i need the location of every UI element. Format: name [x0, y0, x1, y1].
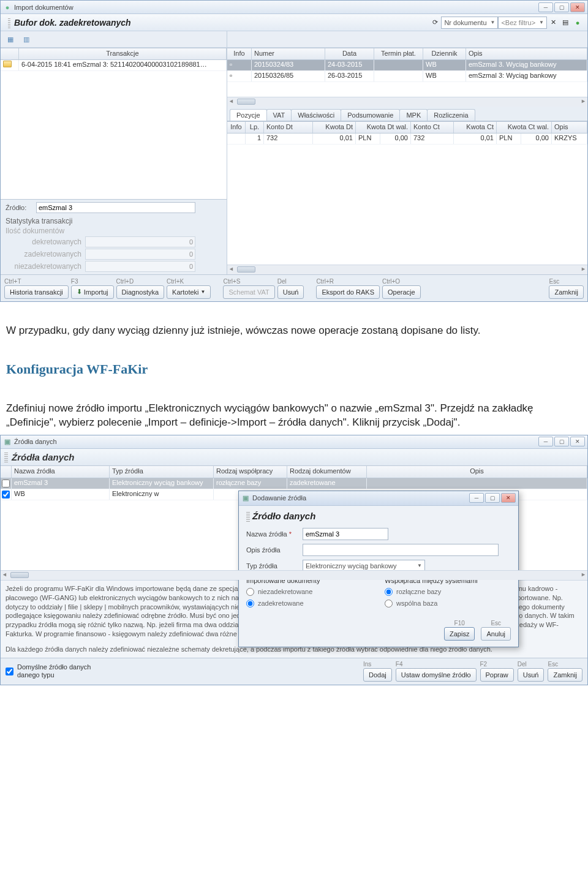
wspolna-radio[interactable]	[385, 600, 393, 608]
window2-title: Źródła danych	[14, 438, 57, 445]
schemat-vat-button: Schemat VAT	[223, 285, 274, 299]
dialog-heading: Źródło danych	[252, 511, 315, 521]
right-iconbar	[227, 31, 587, 48]
transactions-pane: Transakcje 6-04-2015 18:41 emSzmal 3: 52…	[1, 48, 227, 274]
stats-title: Statystyka transakcji	[6, 217, 222, 225]
section-heading: Konfiguracja WF-FaKir	[0, 343, 588, 392]
tab-wlasciwosci[interactable]: Właściwości	[291, 109, 341, 121]
transaction-row[interactable]: 6-04-2015 18:41 emSzmal 3: 5211402004000…	[1, 60, 227, 71]
source-label: Źródło:	[6, 204, 36, 211]
sources-hscroll[interactable]	[1, 570, 587, 580]
source-row[interactable]: emSzmal 3 Elektroniczny wyciąg bankowy r…	[1, 478, 587, 489]
stat-niezadekret-input	[85, 261, 195, 272]
window1-footer: Ctrl+THistoria transakcji F3⬇Importuj Ct…	[1, 274, 587, 301]
grid-hscroll[interactable]	[227, 97, 587, 107]
tab-vat[interactable]: VAT	[266, 109, 292, 121]
tab-rozliczenia[interactable]: Rozliczenia	[427, 109, 475, 121]
zamknij-button[interactable]: Zamknij	[549, 285, 584, 299]
detail-tabs: Pozycje VAT Właściwości Podsumowanie MPK…	[227, 107, 587, 121]
data-sources-window: ▣ Źródła danych ─ ▢ ✕ Źródła danych Nazw…	[0, 435, 588, 685]
dialog-minimize-button[interactable]: ─	[469, 493, 484, 503]
zapisz-button[interactable]: Zapisz	[444, 627, 475, 641]
close-button[interactable]: ✕	[570, 437, 585, 446]
usun-button[interactable]: Usuń	[277, 285, 304, 299]
operacje-button[interactable]: Operacje	[382, 285, 421, 299]
close-button[interactable]: ✕	[570, 2, 585, 12]
dialog-maximize-button[interactable]: ▢	[485, 493, 500, 503]
minimize-button[interactable]: ─	[538, 2, 553, 12]
minimize-button[interactable]: ─	[538, 437, 553, 446]
default-source-label: Domyślne źródło danych danego typu	[17, 663, 115, 679]
popraw-button[interactable]: Popraw	[480, 668, 514, 682]
window-title: Import dokumentów	[14, 4, 74, 11]
tab-pozycje[interactable]: Pozycje	[230, 109, 267, 121]
dialog-title: Dodawanie źródła	[252, 494, 306, 502]
apply-icon[interactable]: ●	[572, 17, 583, 28]
documents-pane: Info Numer Data Termin płat. Dziennik Op…	[227, 48, 587, 274]
doc-icon: ▫	[230, 61, 232, 68]
transactions-header[interactable]: Transakcje	[19, 48, 227, 59]
niezadekretowane-radio[interactable]	[246, 588, 254, 596]
refresh-icon[interactable]: ⟳	[429, 17, 440, 28]
detail-hscroll[interactable]	[227, 265, 587, 274]
source-checkbox[interactable]	[2, 491, 10, 498]
paragraph-2: Zdefiniuj nowe źródło importu „Elektroni…	[0, 392, 588, 435]
app-icon: ▣	[3, 437, 12, 446]
panel2-title: Źródła danych	[12, 452, 75, 462]
filter-value-combo[interactable]: <Bez filtru>▼	[498, 17, 547, 29]
tab-mpk[interactable]: MPK	[399, 109, 428, 121]
clear-filter-icon[interactable]: ✕	[548, 17, 559, 28]
columns-icon[interactable]: ▤	[560, 17, 571, 28]
document-row[interactable]: ▫ 20150324/83 24-03-2015 WB emSzmal 3. W…	[227, 60, 587, 71]
doc-icon: ▫	[230, 72, 232, 79]
import-documents-window: ● Import dokumentów ─ ▢ ✕ Bufor dok. zad…	[0, 0, 588, 302]
window2-footer: Domyślne źródło danych danego typu InsDo…	[1, 658, 587, 685]
anuluj-button[interactable]: Anuluj	[481, 627, 511, 641]
ustaw-button[interactable]: Ustaw domyślne źródło	[396, 668, 477, 682]
dialog-titlebar[interactable]: ▣ Dodawanie źródła ─ ▢ ✕	[239, 491, 518, 506]
window-titlebar[interactable]: ● Import dokumentów ─ ▢ ✕	[1, 1, 587, 14]
diagnostyka-button[interactable]: Diagnostyka	[116, 285, 165, 299]
stats-subtitle: Ilość dokumentów	[6, 227, 222, 235]
stat-decreted-input	[85, 236, 195, 247]
zadekretowane-radio[interactable]	[246, 600, 254, 608]
cooperation-group: Współpraca między systemami rozłączne ba…	[385, 577, 511, 611]
folder-icon	[3, 61, 12, 67]
left-iconbar: ▦ ▥	[1, 31, 227, 48]
source-stats-panel: Źródło: Statystyka transakcji Ilość doku…	[1, 199, 227, 274]
tab-podsumowanie[interactable]: Podsumowanie	[341, 109, 400, 121]
sources-grid-body: emSzmal 3 Elektroniczny wyciąg bankowy r…	[1, 478, 587, 570]
panel-header: Bufor dok. zadekretowanych ⟳ Nr dokument…	[1, 14, 587, 31]
maximize-button[interactable]: ▢	[554, 2, 569, 12]
dodaj-button[interactable]: Dodaj	[363, 668, 392, 682]
maximize-button[interactable]: ▢	[554, 437, 569, 446]
importuj-button[interactable]: ⬇Importuj	[71, 285, 114, 299]
source-checkbox[interactable]	[2, 480, 10, 487]
detail-row[interactable]: 1 732 0,01 PLN 0,00 732 0,01 PLN 0,00 KR…	[227, 134, 587, 145]
add-source-dialog: ▣ Dodawanie źródła ─ ▢ ✕ Źródło danych N…	[238, 491, 519, 647]
source-desc-input[interactable]	[303, 544, 499, 556]
imported-docs-group: Importowane dokumenty niezadekretowane z…	[246, 577, 372, 611]
kartoteki-button[interactable]: Kartoteki ▼	[167, 285, 211, 299]
usun2-button[interactable]: Usuń	[518, 668, 545, 682]
source-input[interactable]	[36, 202, 195, 213]
document-row[interactable]: ▫ 20150326/85 26-03-2015 WB emSzmal 3: W…	[227, 71, 587, 82]
panel2-header: Źródła danych	[1, 449, 587, 466]
filter-field-combo[interactable]: Nr dokumentu▼	[441, 17, 498, 29]
paragraph-1: W przypadku, gdy dany wyciąg dzienny już…	[0, 314, 588, 343]
dialog-close-button[interactable]: ✕	[501, 493, 516, 503]
zamknij2-button[interactable]: Zamknij	[548, 668, 582, 682]
historia-button[interactable]: Historia transakcji	[4, 285, 69, 299]
app-icon: ●	[3, 3, 12, 12]
eksport-raks-button[interactable]: Eksport do RAKS	[316, 285, 380, 299]
stat-zadekret-input	[85, 249, 195, 260]
panel-title: Bufor dok. zadekretowanych	[14, 18, 131, 28]
source-name-input[interactable]	[303, 528, 388, 540]
window2-titlebar[interactable]: ▣ Źródła danych ─ ▢ ✕	[1, 435, 587, 449]
tree-collapse-icon[interactable]: ▥	[21, 34, 32, 45]
default-source-checkbox[interactable]	[6, 668, 13, 675]
dialog-icon: ▣	[241, 494, 250, 502]
tree-expand-icon[interactable]: ▦	[5, 34, 16, 45]
rozlaczne-radio[interactable]	[385, 588, 393, 596]
